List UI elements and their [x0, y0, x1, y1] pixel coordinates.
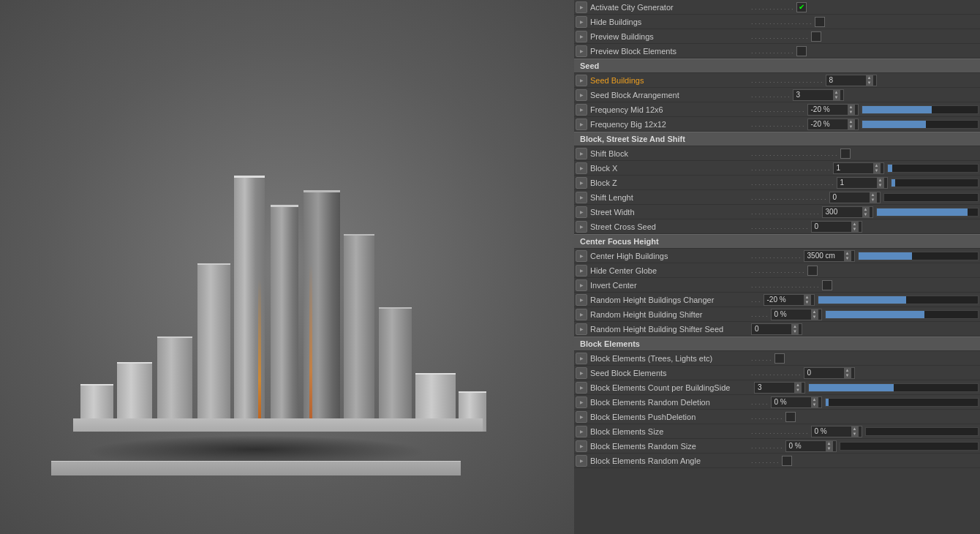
- seed-block-elements-up[interactable]: ▲: [844, 368, 851, 373]
- block-x-down[interactable]: ▼: [873, 168, 881, 173]
- block-x-slider[interactable]: [887, 164, 979, 173]
- block-x-up[interactable]: ▲: [873, 163, 881, 168]
- center-high-slider[interactable]: [858, 252, 979, 260]
- street-width-up[interactable]: ▲: [862, 207, 870, 212]
- block-z-up[interactable]: ▲: [877, 178, 884, 183]
- seed-block-down[interactable]: ▼: [833, 95, 840, 100]
- freq-big-value[interactable]: -20 % ▲ ▼: [807, 119, 859, 130]
- preview-buildings-icon[interactable]: [576, 31, 587, 42]
- hide-buildings-icon[interactable]: [576, 16, 587, 28]
- random-height-shifter-seed-value[interactable]: 0 ▲ ▼: [751, 323, 802, 335]
- block-random-deletion-down[interactable]: ▼: [811, 402, 818, 407]
- random-height-changer-slider[interactable]: [818, 296, 979, 304]
- shift-length-slider[interactable]: [883, 193, 979, 202]
- block-size-up[interactable]: ▲: [851, 426, 859, 432]
- random-height-shifter-down[interactable]: ▼: [811, 315, 818, 320]
- block-size-icon[interactable]: [576, 426, 587, 437]
- random-height-shifter-seed-down[interactable]: ▼: [791, 329, 799, 334]
- block-random-angle-icon[interactable]: [576, 455, 587, 467]
- shift-block-checkbox[interactable]: [840, 148, 851, 159]
- freq-big-slider[interactable]: [862, 120, 979, 129]
- shift-length-down[interactable]: ▼: [870, 198, 877, 203]
- block-z-value[interactable]: 1 ▲ ▼: [837, 177, 888, 189]
- block-random-angle-checkbox[interactable]: [782, 456, 792, 466]
- random-height-shifter-seed-icon[interactable]: [576, 323, 587, 335]
- random-height-shifter-icon[interactable]: [576, 309, 587, 320]
- freq-big-up[interactable]: ▲: [848, 119, 855, 124]
- preview-block-icon[interactable]: [576, 45, 587, 57]
- block-random-size-slider[interactable]: [840, 442, 979, 451]
- block-random-size-down[interactable]: ▼: [826, 446, 833, 451]
- block-random-deletion-icon[interactable]: [576, 396, 587, 408]
- seed-buildings-up[interactable]: ▲: [866, 75, 873, 80]
- center-high-down[interactable]: ▼: [844, 256, 851, 261]
- block-push-deletion-icon[interactable]: [576, 411, 587, 423]
- block-elements-trees-checkbox[interactable]: [774, 353, 785, 364]
- street-cross-up[interactable]: ▲: [851, 222, 859, 227]
- random-height-changer-icon[interactable]: [576, 294, 587, 306]
- block-x-icon[interactable]: [576, 162, 587, 174]
- freq-mid-value[interactable]: -20 % ▲ ▼: [807, 104, 859, 116]
- random-height-shifter-value[interactable]: 0 % ▲ ▼: [771, 309, 822, 320]
- street-width-slider[interactable]: [876, 208, 979, 217]
- block-count-down[interactable]: ▼: [794, 388, 802, 393]
- freq-big-down[interactable]: ▼: [848, 124, 855, 129]
- block-z-icon[interactable]: [576, 177, 587, 189]
- block-count-slider[interactable]: [808, 383, 979, 392]
- shift-length-icon[interactable]: [576, 192, 587, 203]
- seed-buildings-value[interactable]: 8 ▲ ▼: [826, 75, 877, 86]
- seed-block-value[interactable]: 3 ▲ ▼: [793, 89, 844, 101]
- activate-city-icon[interactable]: [576, 1, 587, 13]
- block-count-icon[interactable]: [576, 382, 587, 394]
- invert-center-checkbox[interactable]: [822, 280, 832, 290]
- invert-center-icon[interactable]: [576, 279, 587, 291]
- block-elements-trees-icon[interactable]: [576, 353, 587, 364]
- block-size-value[interactable]: 0 % ▲ ▼: [811, 426, 862, 437]
- block-count-value[interactable]: 3 ▲ ▼: [754, 382, 805, 394]
- freq-mid-down[interactable]: ▼: [848, 110, 855, 115]
- freq-mid-up[interactable]: ▲: [848, 105, 855, 110]
- center-high-value[interactable]: 3500 cm ▲ ▼: [804, 250, 855, 262]
- seed-block-up[interactable]: ▲: [833, 90, 840, 95]
- hide-buildings-checkbox[interactable]: [815, 17, 825, 27]
- random-height-changer-down[interactable]: ▼: [804, 300, 811, 305]
- random-height-changer-up[interactable]: ▲: [804, 295, 811, 300]
- block-random-size-value[interactable]: 0 % ▲ ▼: [785, 440, 837, 452]
- seed-buildings-icon[interactable]: [576, 75, 587, 86]
- block-push-deletion-checkbox[interactable]: [785, 412, 796, 422]
- preview-block-checkbox[interactable]: [796, 46, 807, 56]
- freq-mid-icon[interactable]: [576, 104, 587, 116]
- hide-center-icon[interactable]: [576, 265, 587, 277]
- block-size-down[interactable]: ▼: [851, 432, 859, 437]
- shift-length-up[interactable]: ▲: [870, 192, 877, 198]
- block-random-deletion-slider[interactable]: [825, 398, 979, 407]
- block-z-down[interactable]: ▼: [877, 183, 884, 188]
- center-high-icon[interactable]: [576, 250, 587, 262]
- center-high-up[interactable]: ▲: [844, 251, 851, 256]
- block-z-slider[interactable]: [891, 178, 979, 187]
- seed-block-icon[interactable]: [576, 89, 587, 101]
- preview-buildings-checkbox[interactable]: [811, 31, 821, 42]
- random-height-shifter-slider[interactable]: [825, 310, 979, 319]
- seed-block-elements-icon[interactable]: [576, 367, 587, 379]
- seed-buildings-down[interactable]: ▼: [866, 80, 873, 86]
- street-cross-icon[interactable]: [576, 221, 587, 233]
- seed-block-elements-value[interactable]: 0 ▲ ▼: [804, 367, 855, 379]
- random-height-shifter-seed-up[interactable]: ▲: [791, 324, 799, 329]
- street-cross-down[interactable]: ▼: [851, 227, 859, 232]
- block-random-size-up[interactable]: ▲: [826, 441, 833, 446]
- block-x-value[interactable]: 1 ▲ ▼: [833, 162, 884, 174]
- activate-city-checkbox[interactable]: ✔: [796, 2, 807, 12]
- block-random-deletion-up[interactable]: ▲: [811, 397, 818, 402]
- freq-mid-slider[interactable]: [862, 105, 979, 114]
- random-height-shifter-up[interactable]: ▲: [811, 309, 818, 315]
- shift-block-icon[interactable]: [576, 148, 587, 159]
- street-cross-value[interactable]: 0 ▲ ▼: [811, 221, 862, 233]
- block-random-deletion-value[interactable]: 0 % ▲ ▼: [771, 396, 822, 408]
- shift-length-value[interactable]: 0 ▲ ▼: [829, 192, 881, 203]
- hide-center-checkbox[interactable]: [807, 266, 818, 276]
- block-count-up[interactable]: ▲: [794, 383, 802, 388]
- street-width-down[interactable]: ▼: [862, 212, 870, 217]
- street-width-value[interactable]: 300 ▲ ▼: [822, 206, 873, 218]
- block-random-size-icon[interactable]: [576, 440, 587, 452]
